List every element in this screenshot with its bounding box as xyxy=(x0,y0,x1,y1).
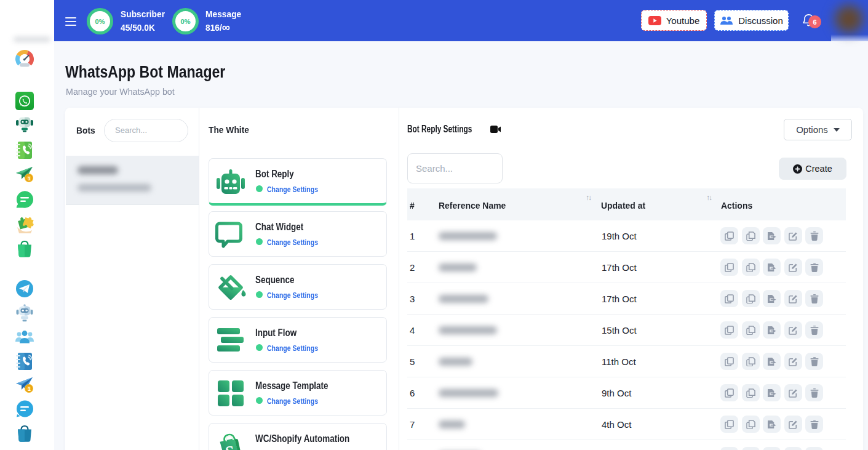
svg-text:1: 1 xyxy=(28,386,31,392)
svg-text:1: 1 xyxy=(28,175,31,182)
